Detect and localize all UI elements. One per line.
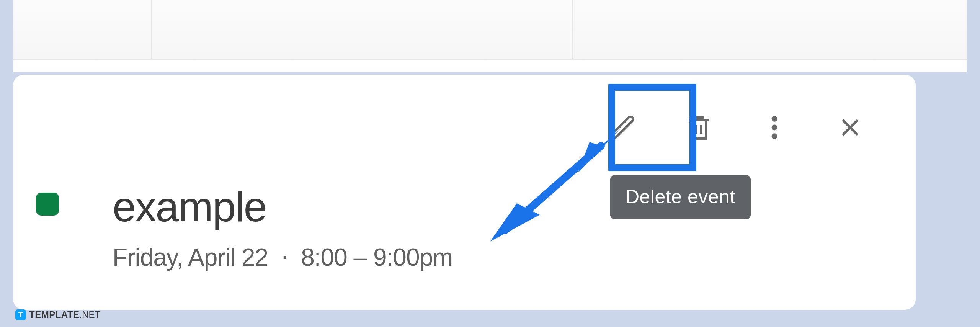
trash-icon [684, 113, 714, 142]
svg-point-2 [772, 133, 777, 139]
watermark-brand: TEMPLATE [29, 309, 80, 320]
svg-point-1 [772, 125, 777, 131]
watermark-logo-icon: T [15, 309, 26, 320]
event-date: Friday, April 22 [113, 244, 268, 271]
calendar-grid-background [13, 0, 967, 72]
watermark-suffix: .NET [80, 309, 101, 320]
event-title: example [113, 186, 452, 228]
svg-point-0 [772, 116, 777, 122]
event-time-range: 8:00 – 9:00pm [301, 244, 452, 271]
vertical-dots-icon [760, 113, 789, 142]
event-info: example Friday, April 22 ⋅ 8:00 – 9:00pm [36, 186, 452, 271]
delete-tooltip: Delete event [610, 175, 751, 219]
more-options-button[interactable] [737, 97, 812, 158]
dot-separator: ⋅ [274, 244, 301, 271]
event-color-swatch [36, 193, 59, 216]
watermark: T TEMPLATE.NET [15, 309, 100, 320]
event-datetime: Friday, April 22 ⋅ 8:00 – 9:00pm [113, 243, 452, 271]
event-detail-card: Delete event example Friday, April 22 ⋅ … [13, 75, 916, 310]
event-toolbar [585, 97, 888, 158]
close-icon [839, 116, 862, 139]
svg-line-3 [505, 146, 601, 230]
close-button[interactable] [812, 97, 888, 158]
edit-event-button[interactable] [585, 97, 661, 158]
calendar-row-divider [13, 60, 967, 72]
pencil-icon [609, 113, 637, 142]
delete-event-button[interactable] [661, 97, 737, 158]
svg-marker-5 [490, 203, 540, 242]
tooltip-text: Delete event [626, 186, 735, 208]
calendar-row [13, 0, 967, 60]
